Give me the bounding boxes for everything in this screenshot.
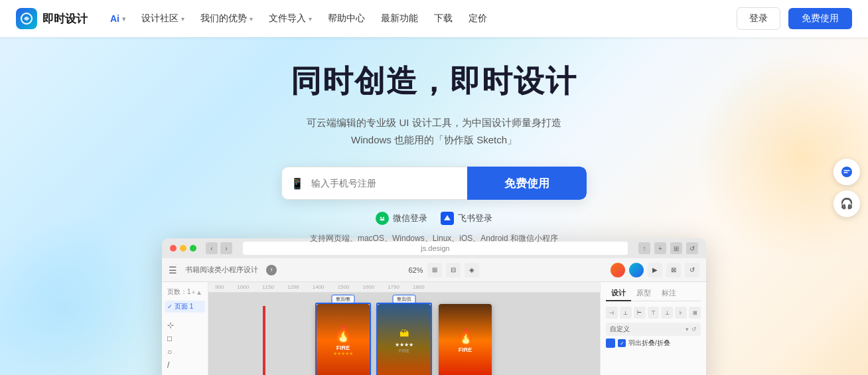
feishu-icon — [441, 212, 454, 225]
frame-tool[interactable]: □ — [167, 334, 172, 343]
shape-tool[interactable]: ○ — [167, 347, 172, 356]
chevron-down-icon: ▾ — [122, 15, 125, 23]
browser-actions: ↑ + ⊞ ↺ — [638, 242, 698, 254]
svg-point-2 — [383, 217, 384, 218]
minimize-dot[interactable] — [180, 245, 186, 252]
logo-area[interactable]: 即时设计 — [16, 8, 88, 29]
nav-item-import[interactable]: 文件导入 ▾ — [262, 9, 319, 29]
forward-button[interactable]: › — [220, 242, 232, 254]
card1: 🔥 FIRE ★★★★★ — [317, 304, 370, 375]
canvas-card-1[interactable]: 整页/整 🔥 FIRE ★★★★★ — [317, 304, 370, 375]
browser-mockup: ‹ › js.design ↑ + ⊞ ↺ ☰ 书籍阅读类小程序设计 f 62%… — [162, 238, 706, 375]
nav-item-pricing[interactable]: 定价 — [462, 9, 494, 29]
nav-item-community[interactable]: 设计社区 ▾ — [135, 9, 191, 29]
tab-mark[interactable]: 标注 — [656, 286, 682, 301]
align-top-icon[interactable]: ⊤ — [648, 307, 660, 319]
nav-item-ai[interactable]: Ai ▾ — [104, 9, 132, 28]
align-center-v-icon[interactable]: ⊥ — [661, 307, 673, 319]
canvas-card-3[interactable]: 🔥 FIRE — [439, 304, 492, 375]
hero-title: 同时创造，即时设计 — [291, 61, 577, 102]
layer-panel: 页数：1 + ▲ ✓ 页面 1 ⊹ □ ○ / — [162, 282, 208, 375]
close-dot[interactable] — [170, 245, 177, 252]
free-button[interactable]: 免费使用 — [788, 8, 852, 29]
right-panel: 设计 原型 标注 ⊣ ⊥ ⊢ ⊤ ⊥ ⊦ ⊞ 自定义 ▾ ↺ — [600, 282, 706, 375]
right-panel-tabs: 设计 原型 标注 — [606, 286, 701, 301]
hero-section: 同时创造，即时设计 可云端编辑的专业级 UI 设计工具，为中国设计师量身打造 W… — [0, 37, 868, 375]
app-toolbar: ☰ 书籍阅读类小程序设计 f 62% ⊞ ⊟ ◈ ▶ ⊠ ↺ — [162, 258, 706, 282]
canvas-card-2[interactable]: 整页/页 🏔 ★★★★ FIRE — [378, 304, 431, 375]
hero-subtitle: 可云端编辑的专业级 UI 设计工具，为中国设计师量身打造 Windows 也能用… — [307, 114, 561, 148]
layer-item[interactable]: ✓ 页面 1 — [165, 301, 205, 313]
phone-icon: 📱 — [291, 177, 304, 190]
hero-input-wrap: 📱 — [281, 167, 467, 200]
wechat-login[interactable]: 微信登录 — [376, 212, 427, 225]
red-strip — [263, 306, 265, 375]
tab-design[interactable]: 设计 — [606, 286, 631, 301]
app-body: 页数：1 + ▲ ✓ 页面 1 ⊹ □ ○ / 9 — [162, 282, 706, 375]
svg-marker-3 — [444, 215, 451, 220]
auto-def-reset[interactable]: ↺ — [691, 326, 697, 333]
zoom-level[interactable]: 62% — [408, 266, 423, 274]
file-icon: f — [266, 265, 277, 275]
grid-icon[interactable]: ⊟ — [446, 263, 461, 277]
refresh-icon[interactable]: ↺ — [686, 242, 698, 254]
phone-input[interactable] — [281, 167, 467, 200]
ruler: 900 1000 1150 1296 1400 1500 1600 1790 1… — [208, 282, 600, 293]
menu-icon[interactable]: ☰ — [169, 265, 177, 275]
hero-login-row: 微信登录 飞书登录 — [376, 212, 492, 225]
login-button[interactable]: 登录 — [737, 7, 780, 30]
refresh-icon[interactable]: ↺ — [685, 263, 699, 277]
nav-item-advantages[interactable]: 我们的优势 ▾ — [194, 9, 259, 29]
hero-free-button[interactable]: 免费使用 — [467, 167, 587, 200]
align-left-icon[interactable]: ⊣ — [606, 307, 618, 319]
card3: 🔥 FIRE — [439, 304, 492, 375]
add-page-icon[interactable]: + — [191, 289, 195, 296]
layout-icon[interactable]: ⊞ — [427, 263, 442, 277]
expand-icon[interactable]: ▲ — [196, 289, 202, 296]
feishu-login[interactable]: 飞书登录 — [441, 212, 492, 225]
navbar: 即时设计 Ai ▾ 设计社区 ▾ 我们的优势 ▾ 文件导入 ▾ 帮助中心 最新功… — [0, 0, 868, 37]
headset-icon: 🎧 — [840, 197, 853, 210]
logo-icon — [16, 8, 37, 29]
move-tool[interactable]: ⊹ — [167, 321, 174, 330]
hero-input-row: 📱 免费使用 — [281, 167, 587, 200]
layer-panel-header: 页数：1 + ▲ — [165, 286, 205, 298]
share-icon[interactable]: ↑ — [638, 242, 650, 254]
align-right-icon[interactable]: ⊢ — [634, 307, 646, 319]
bookmark-icon[interactable]: + — [654, 242, 666, 254]
nav-item-new[interactable]: 最新功能 — [374, 9, 425, 29]
user-avatar-1 — [611, 263, 625, 277]
traffic-lights — [170, 245, 196, 252]
nav-right: 登录 免费使用 — [737, 7, 852, 30]
logo-text: 即时设计 — [42, 11, 88, 27]
auto-def-row: 自定义 ▾ ↺ — [606, 323, 701, 336]
distribute-icon[interactable]: ⊞ — [689, 307, 701, 319]
play-icon[interactable]: ▶ — [648, 263, 662, 277]
align-center-h-icon[interactable]: ⊥ — [620, 307, 632, 319]
align-bottom-icon[interactable]: ⊦ — [675, 307, 687, 319]
fill-checkbox[interactable]: ✓ — [618, 339, 626, 347]
float-buttons: 🎧 — [833, 159, 860, 217]
back-button[interactable]: ‹ — [206, 242, 218, 254]
pen-tool[interactable]: / — [167, 360, 169, 370]
share-icon[interactable]: ⊠ — [666, 263, 681, 277]
auto-def-expand[interactable]: ▾ — [686, 326, 689, 333]
chevron-down-icon: ▾ — [309, 15, 312, 23]
canvas-inner: 整页/整 🔥 FIRE ★★★★★ 整页/页 — [208, 293, 600, 375]
card1-label: 整页/整 — [332, 295, 355, 304]
maximize-dot[interactable] — [190, 245, 196, 252]
toolbar-right: ▶ ⊠ ↺ — [611, 263, 699, 277]
nav-item-help[interactable]: 帮助中心 — [321, 9, 372, 29]
tab-prototype[interactable]: 原型 — [631, 286, 656, 301]
fill-color-swatch[interactable] — [606, 338, 615, 348]
toolbar-center: 62% ⊞ ⊟ ◈ — [408, 263, 478, 277]
nav-item-download[interactable]: 下载 — [427, 9, 459, 29]
canvas-area[interactable]: 900 1000 1150 1296 1400 1500 1600 1790 1… — [208, 282, 600, 375]
browser-nav-buttons: ‹ › — [206, 242, 232, 254]
feedback-button[interactable] — [833, 159, 860, 185]
component-icon[interactable]: ◈ — [465, 263, 479, 277]
svg-point-1 — [380, 217, 382, 218]
user-avatar-2 — [629, 263, 644, 277]
headset-button[interactable]: 🎧 — [833, 190, 860, 217]
more-icon[interactable]: ⊞ — [670, 242, 682, 254]
